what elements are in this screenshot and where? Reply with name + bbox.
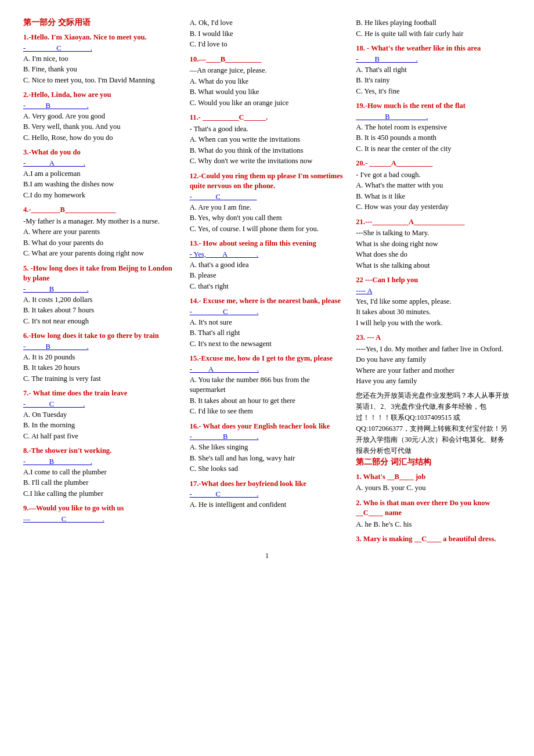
column-1: 第一部分 交际用语 1.-Hello. I'm Xiaoyan. Nice to…: [23, 17, 178, 546]
q7-title: 7.- What time does the train leave: [23, 388, 178, 399]
q10-context: —An orange juice, please.: [190, 66, 345, 76]
q15-a: A. You take the number 866 bus from the …: [190, 375, 345, 395]
q14-answer: - ________C________.: [190, 308, 345, 316]
q11-context: - That's a good idea.: [190, 124, 345, 135]
q22-opt3: I will help you with the work.: [356, 318, 511, 329]
q10-a: A. What do you like: [190, 77, 345, 87]
sec2-q2-opts: A. he B. he's C. his: [356, 520, 511, 530]
q21-opt3: What is she talking about: [356, 261, 511, 271]
sec2-q3-title: 3. Mary is making __C____ a beautiful dr…: [356, 534, 511, 545]
q8-a: A.I come to call the plumber: [23, 467, 178, 478]
q21-opt1: What is she doing right now: [356, 239, 511, 250]
q3-c: C.I do my homework: [23, 190, 178, 201]
column-3: B. He likes playing football C. He is qu…: [356, 17, 511, 546]
q9-title: 9.—Would you like to go with us: [23, 503, 178, 514]
q22-answer: ---- A: [356, 287, 511, 296]
q19-a: A. The hotel room is expensive: [356, 123, 511, 133]
q23-opt3: Have you any family: [356, 376, 511, 387]
q11-c: C. Why don't we write the invitations no…: [190, 156, 345, 167]
q8-title: 8.-The shower isn't working.: [23, 446, 178, 456]
q11-a: A. When can you write the invitations: [190, 135, 345, 145]
q19-title: 19.-How much is the rent of the flat: [356, 101, 511, 111]
q15-c: C. I'd like to see them: [190, 406, 345, 417]
sec2-q1-opts: A. yours B. your C. you: [356, 483, 511, 494]
q7-a: A. On Tuesday: [23, 410, 178, 420]
q20-b: B. What is it like: [356, 192, 511, 202]
q3-b: B.I am washing the dishes now: [23, 179, 178, 190]
section-2-title: 第二部分 词汇与结构: [356, 457, 511, 467]
q15-title: 15.-Excuse me, how do I get to the gym, …: [190, 354, 345, 364]
q7-b: B. In the morning: [23, 420, 178, 431]
q17-title: 17.-What does her boyfriend look like: [190, 479, 345, 489]
q4-title: 4.-________B______________: [23, 205, 178, 215]
q11-title: 11.- __________C______.: [190, 113, 345, 123]
q23-title: 23. --- A: [356, 333, 511, 343]
q8-b: B. I'll call the plumber: [23, 478, 178, 488]
q14-c: C. It's next to the newsagent: [190, 339, 345, 350]
q17-answer: - ______C__________.: [190, 490, 345, 499]
q23-opt1: Do you have any family: [356, 355, 511, 365]
q22-opt1: Yes, I'd like some apples, please.: [356, 297, 511, 307]
q5-title: 5. -How long does it take from Beijng to…: [23, 264, 178, 284]
section-1-title: 第一部分 交际用语: [23, 17, 178, 28]
q10-b: B. What would you like: [190, 87, 345, 98]
q10-c: C. Would you like an orange juice: [190, 98, 345, 109]
q2-a: A. Very good. Are you good: [23, 111, 178, 122]
q13-title: 13.- How about seeing a film this evenin…: [190, 239, 345, 249]
q16-b: B. She's tall and has long, wavy hair: [190, 453, 345, 464]
q18-a: A. That's all right: [356, 65, 511, 75]
q5-b: B. It takes about 7 hours: [23, 305, 178, 316]
q12-c: C. Yes, of course. I will phone them for…: [190, 224, 345, 235]
q16-title: 16.- What does your English teacher look…: [190, 422, 345, 432]
q17-c: C. He is quite tall with fair curly hair: [356, 29, 511, 39]
q4-c: C. What are your parents doing right now: [23, 249, 178, 259]
q5-a: A. It costs 1,200 dollars: [23, 295, 178, 305]
q16-answer: - ________B________.: [190, 433, 345, 441]
q12-answer: - ______C__________: [190, 193, 345, 201]
q21-title: 21.---__________A______________: [356, 217, 511, 228]
q2-c: C. Hello, Rose, how do you do: [23, 133, 178, 143]
q7-answer: - ______C________.: [23, 400, 178, 409]
q6-title: 6.-How long does it take to go there by …: [23, 331, 178, 341]
q13-b: B. please: [190, 271, 345, 281]
q2-answer: - _____B__________.: [23, 102, 178, 110]
q18-answer: - ____B__________.: [356, 55, 511, 64]
q18-b: B. It's rainy: [356, 75, 511, 86]
q9-answer: — ________C__________.: [23, 515, 178, 524]
q1-a: A. I'm nice, too: [23, 54, 178, 64]
q21-opt2: What does she do: [356, 250, 511, 260]
q16-a: A. She likes singing: [190, 442, 345, 453]
q9-b: B. I would like: [190, 29, 345, 39]
q16-c: C. She looks sad: [190, 464, 345, 474]
q20-context: - I've got a bad cough.: [356, 170, 511, 181]
q9-a: A. Ok, I'd love: [190, 18, 345, 28]
q1-b: B. Fine, thank you: [23, 64, 178, 75]
q20-title: 20.- ______A__________: [356, 159, 511, 169]
q14-a: A. It's not sure: [190, 318, 345, 328]
q20-a: A. What's the matter with you: [356, 181, 511, 191]
q18-title: 18. - What's the weather like in this ar…: [356, 44, 511, 54]
q3-title: 3.-What do you do: [23, 147, 178, 158]
advertisement: 您还在为开放英语光盘作业发愁吗？本人从事开放英语1、2、3光盘作业代做,有多年经…: [356, 390, 511, 457]
q12-a: A. Are you I am fine.: [190, 203, 345, 213]
column-2: A. Ok, I'd love B. I would like C. I'd l…: [190, 17, 345, 546]
q3-answer: - ______A________.: [23, 159, 178, 168]
q8-answer: - ______B__________.: [23, 458, 178, 466]
q13-c: C. that's right: [190, 282, 345, 292]
q22-opt2: It takes about 30 minutes.: [356, 307, 511, 318]
q17-b: B. He likes playing football: [356, 18, 511, 28]
q23-opt2: Where are your father and mother: [356, 366, 511, 376]
q14-b: B. That's all right: [190, 328, 345, 339]
q5-answer: - ______B_________.: [23, 285, 178, 294]
sec2-q1-title: 1. What's __B____ job: [356, 472, 511, 483]
q7-c: C. At half past five: [23, 431, 178, 442]
q12-title: 12.-Could you ring them up please I'm so…: [190, 171, 345, 192]
q13-answer: - Yes, ____A________.: [190, 250, 345, 259]
q14-title: 14.- Excuse me, where is the nearest ban…: [190, 296, 345, 307]
q6-b: B. It takes 20 hours: [23, 363, 178, 373]
q19-b: B. It is 450 pounds a month: [356, 133, 511, 143]
q21-context: ---She is talking to Mary.: [356, 228, 511, 239]
q12-b: B. Yes, why don't you call them: [190, 213, 345, 224]
q15-answer: - ____A____________.: [190, 365, 345, 374]
q3-a: A.I am a policeman: [23, 169, 178, 179]
